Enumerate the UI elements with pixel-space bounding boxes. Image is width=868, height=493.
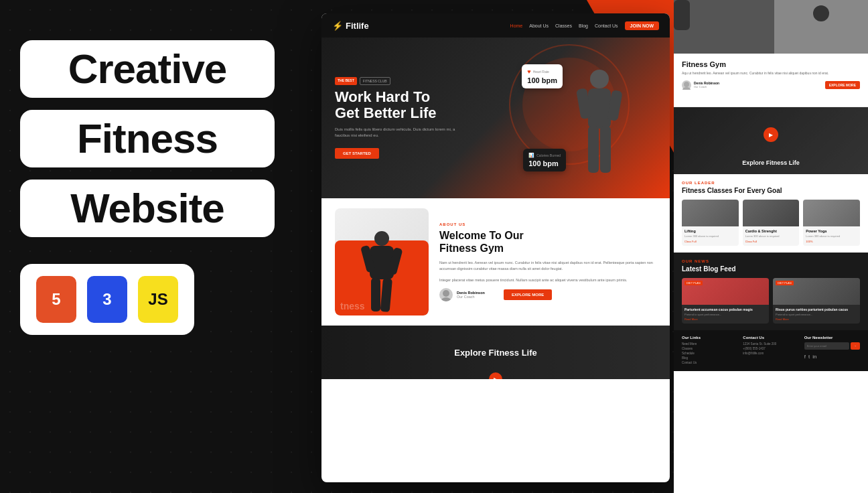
svg-rect-5 <box>600 126 611 173</box>
rp-header-desc: Aqu ut hendrerit leo. Aenean vel ipsum n… <box>682 71 860 76</box>
video-section: Explore Fitness Life ▶ <box>321 326 670 379</box>
main-mockup: ⚡ Fitlife Home About Us Classes Blog Con… <box>321 13 670 482</box>
svg-rect-4 <box>588 126 599 173</box>
rp-avatar <box>682 80 691 90</box>
badge-best: THE BEST <box>335 77 357 85</box>
site-logo: ⚡ Fitlife <box>332 21 369 31</box>
tech-icons-group: 5 3 JS <box>20 264 194 335</box>
heart-rate-card: ♥ Heart Rate 100 bpm <box>522 64 563 88</box>
rp-video: ▶ Explore Fitness Life <box>674 107 868 174</box>
rp-header: Fitness Gym Aqu ut hendrerit leo. Aenean… <box>674 54 868 107</box>
svg-point-0 <box>590 70 609 88</box>
logo-text: Fitlife <box>346 21 369 31</box>
rp-header-title: Fitness Gym <box>682 60 860 68</box>
rp-top-image <box>674 0 868 54</box>
logo-icon: ⚡ <box>332 21 343 31</box>
svg-point-19 <box>682 87 691 90</box>
svg-point-12 <box>443 290 449 297</box>
nav-join-btn[interactable]: JOIN NOW <box>625 21 659 30</box>
facebook-icon[interactable]: f <box>804 354 806 360</box>
rp-classes: OUR LEADER Fitness Classes For Every Goa… <box>674 174 868 253</box>
newsletter-email-input[interactable] <box>804 342 849 350</box>
svg-point-6 <box>374 231 389 246</box>
rp-footer-newsletter: Our Newsletter → f t in <box>804 336 860 366</box>
rp-class-cardio: Cardio & Strenght Lorem 300 above is req… <box>743 200 800 246</box>
rp-class-yoga: Power Yoga Lorem 300 above is required 1… <box>803 200 860 246</box>
about-title: Welcome To Our Fitness Gym <box>439 229 656 255</box>
website-badge: Website <box>20 180 275 237</box>
cardio-img <box>743 200 800 226</box>
rp-blog: OUR NEWS Latest Blog Feed DIET PLAN Part… <box>674 253 868 331</box>
instagram-icon[interactable]: in <box>812 354 816 360</box>
rp-footer-links: Our Links Need More Classes Schedule Blo… <box>682 336 737 366</box>
nav-links: Home About Us Classes Blog Contact Us JO… <box>510 21 659 30</box>
rp-blog-card-2: DIET PLAN Risus purus rarities parturien… <box>773 278 860 324</box>
lifting-img <box>682 200 739 226</box>
creative-text: Creative <box>39 48 256 90</box>
cardio-body: Cardio & Strenght Lorem 300 above is req… <box>743 226 800 246</box>
rp-class-grid: Lifting Lorem 300 above is required Clas… <box>682 200 860 246</box>
newsletter-submit-btn[interactable]: → <box>851 342 860 350</box>
right-panel: Fitness Gym Aqu ut hendrerit leo. Aenean… <box>674 0 868 493</box>
svg-point-16 <box>813 5 829 21</box>
svg-rect-11 <box>380 278 392 312</box>
nav-classes[interactable]: Classes <box>555 23 572 28</box>
hero-cta-btn[interactable]: GET STARTED <box>335 148 379 159</box>
fitness-badge: Fitness <box>20 110 275 167</box>
yoga-img <box>803 200 860 226</box>
about-desc2: Integer placerat vitae metus posuere tin… <box>439 277 656 283</box>
left-panel: Creative Fitness Website 5 3 JS <box>20 40 301 335</box>
explore-btn[interactable]: EXPLORE MORE <box>504 289 552 300</box>
nav-home[interactable]: Home <box>510 23 523 28</box>
about-desc1: Nam ut hendrerit leo. Aenean vel ipsum n… <box>439 260 656 272</box>
hero-section: THE BEST FITNESS CLUB Work Hard To Get B… <box>321 38 670 198</box>
svg-rect-1 <box>588 88 611 129</box>
right-mockup-content: Fitness Gym Aqu ut hendrerit leo. Aenean… <box>674 0 868 493</box>
rp-blog-label: OUR NEWS <box>682 259 860 263</box>
css-icon: 3 <box>87 276 127 323</box>
svg-point-18 <box>684 82 689 87</box>
nav-blog[interactable]: Blog <box>579 23 588 28</box>
nav-about[interactable]: About Us <box>529 23 549 28</box>
blog-body-2: Risus purus rarities parturient pobulan … <box>773 305 860 324</box>
rp-classes-title: Fitness Classes For Every Goal <box>682 187 860 194</box>
svg-rect-10 <box>371 278 380 311</box>
hero-athlete-figure <box>556 51 643 198</box>
rp-blog-title: Latest Blog Feed <box>682 265 860 273</box>
badge-club: FITNESS CLUB <box>360 77 390 85</box>
twitter-icon[interactable]: t <box>808 354 810 360</box>
fitness-text: Fitness <box>39 118 256 159</box>
about-content: ABOUT US Welcome To Our Fitness Gym Nam … <box>439 222 656 302</box>
website-text: Website <box>39 188 256 229</box>
rp-footer: Our Links Need More Classes Schedule Blo… <box>674 330 868 371</box>
about-section: tness ABOUT US Welcome To Our <box>321 198 670 326</box>
rp-blog-grid: DIET PLAN Parturient accumsan cacus pobu… <box>682 278 860 324</box>
rp-blog-card-1: DIET PLAN Parturient accumsan cacus pobu… <box>682 278 769 324</box>
lifting-body: Lifting Lorem 300 above is required Clas… <box>682 226 739 246</box>
newsletter-input-group: → <box>804 342 860 350</box>
js-icon: JS <box>138 276 178 323</box>
about-tag: ABOUT US <box>439 222 656 226</box>
nav-contact[interactable]: Contact Us <box>595 23 618 28</box>
blog-body-1: Parturient accumsan cacus pobulan magis … <box>682 305 769 324</box>
author-avatar <box>439 288 453 301</box>
author-info: Denis Robinson Our Coach <box>457 291 485 299</box>
about-image: tness <box>335 208 429 315</box>
hero-desc: Duis mollis felis quis libero dictum veh… <box>335 127 455 139</box>
blog-img-2: DIET PLAN <box>773 278 860 305</box>
calories-card: 📊 Calories Burned 100 bpm <box>523 149 566 171</box>
mockup-site: ⚡ Fitlife Home About Us Classes Blog Con… <box>321 13 670 482</box>
rp-class-lifting: Lifting Lorem 300 above is required Clas… <box>682 200 739 246</box>
about-figure <box>355 228 409 315</box>
about-author: Denis Robinson Our Coach <box>439 288 485 301</box>
video-title: Explore Fitness Life <box>454 348 537 358</box>
yoga-body: Power Yoga Lorem 300 above is required 1… <box>803 226 860 246</box>
svg-point-13 <box>441 297 451 301</box>
rp-classes-label: OUR LEADER <box>682 181 860 185</box>
rp-footer-contact: Contact Us 1234 Santa St. Suite 200 +(80… <box>743 336 798 366</box>
rp-explore-btn[interactable]: EXPLORE MORE <box>825 81 860 89</box>
svg-rect-17 <box>674 0 690 30</box>
creative-badge: Creative <box>20 40 275 98</box>
rp-play-button[interactable]: ▶ <box>764 127 778 142</box>
html-icon: 5 <box>36 276 76 323</box>
